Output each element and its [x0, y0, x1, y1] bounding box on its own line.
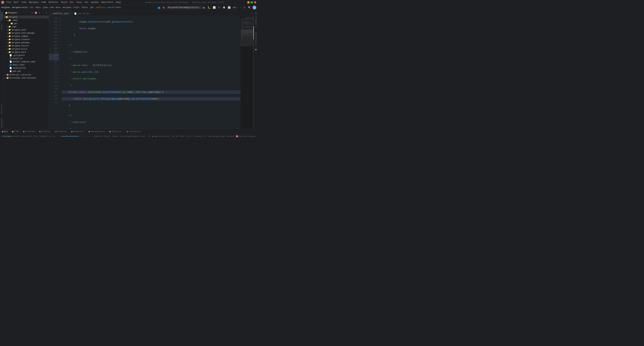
list-item[interactable]: ▶ 📁 morgana-auth-manage	[4, 31, 49, 35]
people-icon-button[interactable]: 👥	[157, 6, 161, 9]
tab-close-jwtutils[interactable]: ✕	[70, 12, 71, 14]
left-tab-structure[interactable]: Structure	[0, 102, 4, 116]
tree-external-libraries[interactable]: ▶ 📚 External Libraries	[4, 73, 49, 76]
project-options-menu[interactable]: ⋮	[42, 11, 44, 14]
list-item[interactable]: ▶ 📁 morgana-utils	[4, 47, 49, 51]
breadcrumb-com[interactable]: com	[50, 6, 54, 9]
git-push-button[interactable]: ↑	[239, 6, 242, 9]
menu-run[interactable]: Run	[68, 1, 75, 4]
menu-tools[interactable]: Tools	[75, 1, 84, 4]
line-ending[interactable]: CRLF	[180, 135, 184, 137]
git-status[interactable]: ⎇ morgana	[1, 135, 12, 137]
breadcrumb-hero[interactable]: hero	[56, 6, 60, 9]
breadcrumb-tools[interactable]: tools	[82, 6, 88, 9]
menu-file[interactable]: File	[5, 1, 12, 4]
material-icon[interactable]: M Material Oceanic	[236, 135, 256, 137]
minimap-scrollbar[interactable]	[253, 16, 254, 129]
search-everywhere-button[interactable]: 🔍	[247, 6, 252, 9]
list-item[interactable]: 📋 pom.xml	[4, 70, 49, 73]
project-scroll-from-source[interactable]: 🎯	[34, 11, 38, 14]
list-item[interactable]: 📄 Jenkinsfile	[4, 66, 49, 70]
menu-refactor[interactable]: Refactor	[48, 1, 60, 4]
breadcrumb-java[interactable]: java	[43, 6, 48, 9]
list-item[interactable]: 📄 .gitignore	[4, 54, 49, 57]
menu-edit[interactable]: Edit	[12, 1, 20, 4]
breadcrumb-utils[interactable]: utils	[74, 6, 80, 9]
run-button[interactable]: ▶	[202, 5, 206, 10]
tab-close-pomxml[interactable]: ✕	[90, 12, 91, 15]
tree-scratches-consoles[interactable]: ▶ 📁 Scratches and Consoles	[4, 76, 49, 80]
list-item[interactable]: ▶ 📁 .idea	[4, 19, 49, 22]
right-tab-key-promoter[interactable]: Key Promoter X	[254, 10, 258, 29]
sync-button[interactable]: 🔄	[227, 6, 231, 9]
tab-jwtutils[interactable]: ☕ JwtUtils.java ✕	[49, 11, 72, 16]
minimap-viewport[interactable]	[240, 29, 254, 46]
breadcrumb-jwtutils[interactable]: JwtUtils	[96, 6, 106, 9]
left-tab-project[interactable]: Project	[0, 10, 4, 21]
list-item[interactable]: ▶ 📁 morgana-work	[4, 51, 49, 54]
menu-squaretest[interactable]: Squaretest	[100, 1, 114, 4]
breadcrumb-morgana-utils[interactable]: morgana-utils	[12, 6, 28, 9]
coverage-button[interactable]: 🛡	[217, 6, 221, 9]
run-config-selector[interactable]: MorganaFinanceApplication ▼	[167, 6, 201, 9]
tree-root[interactable]: ▼ 📁 morgana G:\project\my_project\morgan…	[4, 15, 49, 19]
minimize-button[interactable]	[247, 1, 250, 3]
editor-tabs-menu[interactable]: ⋮	[249, 12, 254, 14]
list-item[interactable]: ▶ 📁 morgana-gateway	[4, 41, 49, 44]
list-item[interactable]: ▶ 📁 morgana-auth	[4, 28, 49, 31]
project-settings-button[interactable]: ⚙	[31, 11, 34, 14]
list-item[interactable]: 🌐 email.html	[4, 63, 49, 66]
git-history-button[interactable]: ⏲	[243, 6, 246, 9]
bottom-tab-checkstyle[interactable]: CheckStyle	[124, 129, 143, 134]
stop-button[interactable]: ⏹	[222, 6, 226, 9]
project-close-panel[interactable]: ✕	[45, 11, 48, 14]
tab-pomxml[interactable]: 📄 pom.xml ● ✕	[72, 11, 92, 16]
list-item[interactable]: ▶ 📁 morgana-common	[4, 35, 49, 38]
breadcrumb-jwt[interactable]: jwt	[90, 6, 94, 9]
maximize-button[interactable]	[250, 1, 253, 3]
menu-help[interactable]: Help	[114, 1, 122, 4]
bottom-tab-statistic[interactable]: Statistic	[107, 129, 124, 134]
menu-git[interactable]: Git	[84, 1, 90, 4]
project-dropdown-arrow[interactable]: ▼	[18, 12, 18, 14]
breadcrumb-parsertoken[interactable]: parserToken	[108, 6, 121, 9]
left-tab-commit[interactable]: Commit	[0, 21, 4, 31]
indent[interactable]: 4 spaces	[193, 135, 202, 137]
charset[interactable]: UTF-8	[186, 135, 192, 137]
code-content[interactable]: claims.setExpiration(jod).getExpiration(…	[62, 16, 240, 129]
minimap[interactable]: Indexing ███████████████████████████████…	[240, 16, 254, 129]
breadcrumb-src[interactable]: src	[30, 6, 34, 9]
bottom-tab-terminal[interactable]: Terminal	[53, 129, 70, 134]
bottom-tab-problems[interactable]: Problems	[21, 129, 37, 134]
list-item[interactable]: 📁 gen	[4, 22, 49, 25]
debug-button[interactable]: 🐛	[207, 6, 211, 9]
git-update-button[interactable]: Git: ↓	[232, 6, 238, 9]
pause-button[interactable]: ⏸	[148, 135, 150, 138]
cursor-position[interactable]: 110:25	[172, 135, 178, 137]
menu-view[interactable]: View	[20, 1, 28, 4]
list-item[interactable]: 📄 docker-compose.yaml	[4, 60, 49, 63]
project-expand-all[interactable]: ⇕	[38, 11, 41, 14]
bottom-tab-todo[interactable]: TODO	[10, 129, 21, 134]
user-avatar[interactable]	[252, 6, 256, 9]
list-item[interactable]: 🔧 build.sh	[4, 57, 49, 60]
menu-navigate[interactable]: Navigate	[28, 1, 40, 4]
dialect[interactable]: 2.7-spring-data-jpa	[204, 135, 225, 137]
breadcrumb-morgana[interactable]: morgana	[1, 6, 10, 9]
menu-build[interactable]: Build	[60, 1, 68, 4]
bottom-tab-endpoints[interactable]: Endpoints	[69, 129, 86, 134]
profile-button[interactable]: 📊	[212, 6, 216, 9]
breadcrumb-main[interactable]: main	[36, 6, 40, 9]
close-button[interactable]	[254, 1, 256, 3]
tabnine-status[interactable]: ● tabnine Starter	[152, 135, 170, 137]
bottom-tab-profiler[interactable]: Profiler	[37, 129, 53, 134]
menu-window[interactable]: Window	[90, 1, 100, 4]
right-tab-notifications[interactable]: Notifications	[254, 30, 258, 48]
bottom-tab-git[interactable]: Git	[0, 129, 10, 134]
profile[interactable]: morgana	[226, 135, 234, 137]
list-item[interactable]: ▶ 📁 morgana-record	[4, 44, 49, 47]
list-item[interactable]: ▶ 📁 morgana-finance	[4, 38, 49, 41]
breadcrumb-morgana2[interactable]: morgana	[63, 6, 71, 9]
left-tab-bookmarks[interactable]: Bookmarks	[0, 116, 4, 129]
enable-auto-reset-text[interactable]: Enable Auto Reset Color Scheme?: Do yo..…	[13, 135, 60, 137]
